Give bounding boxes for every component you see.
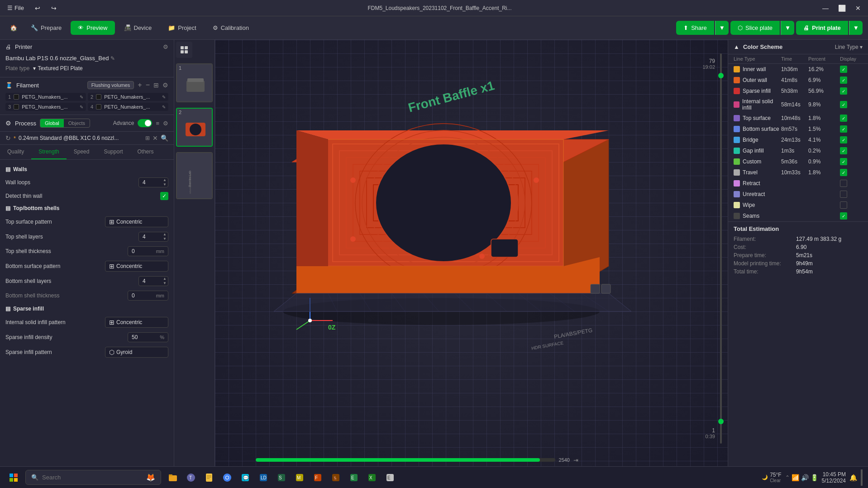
taskbar-explorer[interactable] [165, 469, 181, 486]
remove-filament-icon[interactable]: − [146, 81, 150, 89]
color-display-12[interactable] [840, 201, 847, 209]
profile-close-icon[interactable]: ✕ [153, 134, 158, 142]
process-settings-icon[interactable]: ⚙ [163, 120, 168, 127]
print-button[interactable]: 🖨 Print plate [796, 21, 848, 35]
color-display-2[interactable]: ✓ [840, 87, 847, 95]
notification-icon[interactable]: 🔔 [849, 474, 857, 481]
file-menu[interactable]: ☰ File [4, 3, 28, 13]
slice-dropdown[interactable]: ▼ [781, 21, 794, 35]
bottom-surface-pattern-input[interactable]: ⊞ Concentric [105, 261, 168, 272]
color-display-6[interactable]: ✓ [840, 136, 847, 144]
top-surface-pattern-input[interactable]: ⊞ Concentric [105, 216, 168, 227]
sparse-infill-density-input[interactable]: 50 % [128, 332, 168, 342]
profile-section[interactable]: ↻ * 0.24mm Standard @BBL X1C 0.6 nozzl..… [0, 132, 174, 145]
taskbar-app11[interactable]: E [346, 469, 362, 486]
objects-toggle[interactable]: Objects [64, 119, 90, 127]
top-shell-thickness-input[interactable]: 0 mm [128, 246, 168, 256]
tab-quality[interactable]: Quality [0, 145, 31, 159]
spinbox-up-3[interactable]: ▲ [163, 277, 167, 281]
spinbox-down-3[interactable]: ▼ [163, 281, 167, 286]
tab-calibration[interactable]: ⚙ Calibration [205, 21, 256, 35]
spinbox-up[interactable]: ▲ [163, 178, 167, 182]
bottom-shell-layers-spinbox[interactable]: 4 ▲ ▼ [138, 276, 168, 286]
color-display-10[interactable] [840, 180, 847, 187]
color-display-3[interactable]: ✓ [840, 101, 847, 108]
close-button[interactable]: ✕ [852, 2, 864, 14]
spinbox-up-2[interactable]: ▲ [163, 232, 167, 237]
color-display-13[interactable]: ✓ [840, 212, 847, 220]
tab-project[interactable]: 📁 Project [161, 21, 203, 35]
plate-type-value[interactable]: ▾ Textured PEI Plate [33, 65, 82, 72]
detect-thin-wall-checkbox[interactable] [160, 192, 168, 200]
tab-preview[interactable]: 👁 Preview [71, 21, 114, 35]
filament-copy-icon[interactable]: ⊞ [153, 81, 159, 89]
printer-settings-icon[interactable]: ⚙ [163, 43, 168, 50]
top-bottom-collapse-icon[interactable]: ▤ [5, 205, 10, 211]
filament-item-2[interactable]: 2 PETG_Numakers_... ✎ [88, 93, 168, 101]
tab-support[interactable]: Support [96, 145, 130, 159]
printer-name-row[interactable]: Bambu Lab P1S 0.6 nozzle_Glass_Bed ✎ [5, 53, 168, 63]
filament-edit-3[interactable]: ✎ [80, 105, 83, 110]
plate-thumb-3[interactable]: Bambu Lab Textured PEI Plate [176, 152, 213, 199]
taskbar-teams[interactable]: T [183, 469, 199, 486]
plate-thumb-1[interactable]: 1 [176, 63, 213, 102]
tray-battery-icon[interactable]: 🔋 [811, 474, 818, 481]
undo-button[interactable]: ↩ [31, 2, 44, 14]
profile-search-icon[interactable]: 🔍 [161, 134, 168, 142]
filament-item-4[interactable]: 4 PETG_Numakers_... ✎ [88, 103, 168, 111]
progress-expand-icon[interactable]: ⇥ [573, 457, 578, 464]
walls-collapse-icon[interactable]: ▤ [5, 166, 10, 172]
line-type-dropdown[interactable]: ▾ [860, 44, 863, 50]
slice-button[interactable]: ⬡ Slice plate [730, 21, 780, 35]
taskbar-app8[interactable]: M [291, 469, 308, 486]
collapse-icon[interactable]: ▲ [734, 43, 739, 50]
sparse-infill-pattern-input[interactable]: ⬡ Gyroid [105, 347, 168, 358]
internal-solid-infill-input[interactable]: ⊞ Concentric [105, 317, 168, 328]
filament-item-1[interactable]: 1 PETG_Numakers_... ✎ [5, 93, 86, 101]
filament-item-3[interactable]: 3 PETG_Numakers_... ✎ [5, 103, 86, 111]
share-dropdown[interactable]: ▼ [715, 21, 729, 35]
color-display-11[interactable] [840, 191, 847, 198]
maximize-button[interactable]: ⬜ [835, 2, 848, 14]
printer-edit-icon[interactable]: ✎ [110, 55, 115, 62]
color-display-7[interactable]: ✓ [840, 147, 847, 154]
filament-edit-2[interactable]: ✎ [162, 95, 166, 100]
color-display-8[interactable]: ✓ [840, 158, 847, 165]
filament-settings-icon[interactable]: ⚙ [162, 81, 168, 89]
minimize-button[interactable]: — [819, 2, 832, 14]
color-display-9[interactable]: ✓ [840, 169, 847, 176]
start-button[interactable] [5, 469, 22, 486]
top-shell-layers-spinbox[interactable]: 4 ▲ ▼ [138, 232, 168, 242]
tab-speed[interactable]: Speed [67, 145, 97, 159]
infill-collapse-icon[interactable]: ▤ [5, 306, 10, 312]
layer-slider[interactable] [718, 53, 724, 444]
color-display-1[interactable]: ✓ [840, 77, 847, 84]
spinbox-down-2[interactable]: ▼ [163, 237, 167, 241]
flushing-button[interactable]: Flushing volumes [87, 81, 134, 89]
tray-volume-icon[interactable]: 🔊 [801, 474, 809, 481]
filament-edit-1[interactable]: ✎ [80, 95, 83, 100]
layer-slider-thumb-bottom[interactable] [718, 419, 724, 424]
spinbox-down[interactable]: ▼ [163, 182, 167, 187]
taskbar-app7[interactable]: S [273, 469, 290, 486]
tray-expand-icon[interactable]: ⌃ [785, 474, 790, 481]
process-list-icon[interactable]: ≡ [156, 120, 159, 127]
color-display-0[interactable]: ✓ [840, 66, 847, 73]
add-filament-icon[interactable]: + [138, 81, 142, 89]
advance-toggle[interactable] [138, 119, 152, 127]
tab-strength[interactable]: Strength [31, 145, 66, 159]
filament-edit-4[interactable]: ✎ [162, 105, 166, 110]
taskbar-app12[interactable]: X [364, 469, 380, 486]
plate-thumb-2[interactable]: 2 [176, 108, 213, 147]
tab-prepare[interactable]: 🔧 Prepare [24, 21, 69, 35]
refresh-icon[interactable]: ↻ [5, 134, 11, 142]
taskbar-files[interactable] [201, 469, 217, 486]
system-time[interactable]: 10:45 PM 5/12/2024 [822, 471, 846, 484]
tab-others[interactable]: Others [130, 145, 161, 159]
model-3d-view[interactable]: Front Baffle x1 [215, 40, 728, 466]
taskbar-app13[interactable]: E [382, 469, 398, 486]
tab-device[interactable]: 📠 Device [117, 21, 159, 35]
taskbar-app5[interactable]: 💬 [237, 469, 253, 486]
taskbar-app6[interactable]: LD [255, 469, 272, 486]
redo-button[interactable]: ↪ [48, 2, 60, 14]
